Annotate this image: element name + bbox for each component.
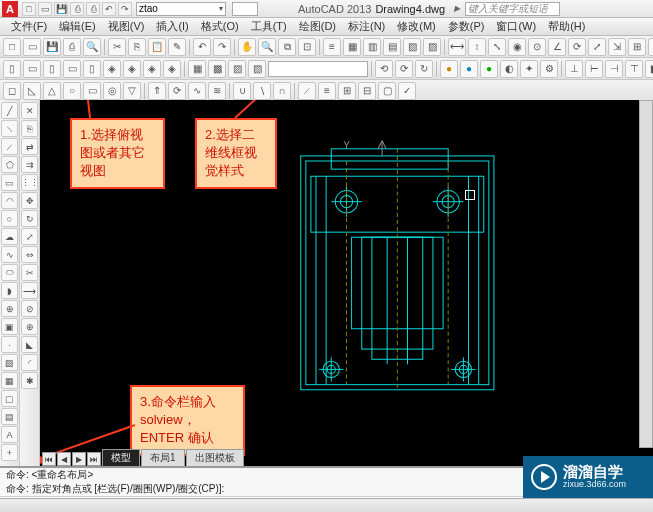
vs-real-icon[interactable]: ▧	[248, 60, 266, 78]
orbit-icon[interactable]: ⟲	[375, 60, 393, 78]
view-back-icon[interactable]: ▯	[83, 60, 101, 78]
vs-2d-icon[interactable]: ▦	[188, 60, 206, 78]
qat-search-icon[interactable]	[232, 2, 258, 16]
tb-redo-icon[interactable]: ↷	[213, 38, 231, 56]
rotate-icon[interactable]: ↻	[21, 210, 38, 227]
addsel-icon[interactable]: +	[1, 444, 18, 461]
ucs2-icon[interactable]: ⊢	[585, 60, 603, 78]
tb-open-icon[interactable]: ▭	[23, 38, 41, 56]
tb-save-icon[interactable]: 💾	[43, 38, 61, 56]
spline-icon[interactable]: ∿	[1, 246, 18, 263]
hatch-icon[interactable]: ▨	[1, 354, 18, 371]
tab-layout1[interactable]: 布局1	[141, 449, 185, 466]
canvas-vscrollbar[interactable]	[639, 100, 653, 448]
view-iso2-icon[interactable]: ◈	[123, 60, 141, 78]
ellipse-icon[interactable]: ⬭	[1, 264, 18, 281]
slice-icon[interactable]: ⟋	[298, 82, 316, 100]
tb-copy-icon[interactable]: ⎘	[128, 38, 146, 56]
extend-icon[interactable]: ⟶	[21, 282, 38, 299]
tab-nav-next-icon[interactable]: ▶	[72, 452, 86, 466]
keyword-search-input[interactable]: 键入关键字或短语	[465, 2, 560, 16]
ext-icon[interactable]: ⇑	[148, 82, 166, 100]
render6-icon[interactable]: ⚙	[540, 60, 558, 78]
render4-icon[interactable]: ◐	[500, 60, 518, 78]
loft-icon[interactable]: ≋	[208, 82, 226, 100]
qat-redo-icon[interactable]: ↷	[118, 2, 132, 16]
stretch-icon[interactable]: ⇔	[21, 246, 38, 263]
tab-layout2[interactable]: 出图模板	[186, 449, 244, 466]
view-left-icon[interactable]: ▯	[43, 60, 61, 78]
tb-dim6-icon[interactable]: ∠	[548, 38, 566, 56]
ucs1-icon[interactable]: ⊥	[565, 60, 583, 78]
render5-icon[interactable]: ✦	[520, 60, 538, 78]
sol-wedge-icon[interactable]: ◺	[23, 82, 41, 100]
ucs4-icon[interactable]: ⊤	[625, 60, 643, 78]
union-icon[interactable]: ∪	[233, 82, 251, 100]
drawing-canvas[interactable]: Y 1.选择俯视图或者其它视图 2.选择二维线框视觉样式 3.命令栏输入solv…	[40, 100, 653, 466]
chamfer-icon[interactable]: ◣	[21, 336, 38, 353]
tb-preview-icon[interactable]: 🔍	[83, 38, 101, 56]
arc-icon[interactable]: ◠	[1, 192, 18, 209]
tb-zoomwin-icon[interactable]: ⧉	[278, 38, 296, 56]
menu-format[interactable]: 格式(O)	[196, 19, 244, 34]
copy-icon[interactable]: ⎘	[21, 120, 38, 137]
shell-icon[interactable]: ▢	[378, 82, 396, 100]
tb-dim4-icon[interactable]: ◉	[508, 38, 526, 56]
workspace-dropdown[interactable]: ztao	[136, 2, 226, 16]
menu-help[interactable]: 帮助(H)	[543, 19, 590, 34]
qat-undo-icon[interactable]: ↶	[102, 2, 116, 16]
menu-draw[interactable]: 绘图(D)	[294, 19, 341, 34]
visual-style-dropdown[interactable]	[268, 61, 368, 77]
ellarc-icon[interactable]: ◗	[1, 282, 18, 299]
tb-dim8-icon[interactable]: ⤢	[588, 38, 606, 56]
qat-new-icon[interactable]: □	[22, 2, 36, 16]
line-icon[interactable]: ╱	[1, 102, 18, 119]
tb-calc-icon[interactable]: ▨	[423, 38, 441, 56]
sol-cone-icon[interactable]: △	[43, 82, 61, 100]
mirror-icon[interactable]: ⇄	[21, 138, 38, 155]
view-iso4-icon[interactable]: ◈	[163, 60, 181, 78]
menu-window[interactable]: 窗口(W)	[491, 19, 541, 34]
view-front-icon[interactable]: ▭	[23, 60, 41, 78]
ucs3-icon[interactable]: ⊣	[605, 60, 623, 78]
tab-nav-first-icon[interactable]: ⏮	[42, 452, 56, 466]
scale-icon[interactable]: ⤢	[21, 228, 38, 245]
table-icon[interactable]: ▤	[1, 408, 18, 425]
thicken-icon[interactable]: ≡	[318, 82, 336, 100]
tb-dim2-icon[interactable]: ↕	[468, 38, 486, 56]
tb-props-icon[interactable]: ≡	[323, 38, 341, 56]
tab-nav-prev-icon[interactable]: ◀	[57, 452, 71, 466]
pline-icon[interactable]: ⟋	[1, 138, 18, 155]
join-icon[interactable]: ⊕	[21, 318, 38, 335]
rev-icon[interactable]: ⟳	[168, 82, 186, 100]
menu-modify[interactable]: 修改(M)	[392, 19, 441, 34]
qat-plot-icon[interactable]: ⎙	[86, 2, 100, 16]
orbit3-icon[interactable]: ↻	[415, 60, 433, 78]
menu-edit[interactable]: 编辑(E)	[54, 19, 101, 34]
block-icon[interactable]: ▣	[1, 318, 18, 335]
orbit2-icon[interactable]: ⟳	[395, 60, 413, 78]
tb-dim7-icon[interactable]: ⟳	[568, 38, 586, 56]
qat-saveas-icon[interactable]: ⎙	[70, 2, 84, 16]
fillet-icon[interactable]: ◜	[21, 354, 38, 371]
menu-insert[interactable]: 插入(I)	[151, 19, 193, 34]
tb-paste-icon[interactable]: 📋	[148, 38, 166, 56]
render1-icon[interactable]: ●	[440, 60, 458, 78]
imprint-icon[interactable]: ⊞	[338, 82, 356, 100]
sep3d-icon[interactable]: ⊟	[358, 82, 376, 100]
subtract-icon[interactable]: ∖	[253, 82, 271, 100]
menu-dimension[interactable]: 标注(N)	[343, 19, 390, 34]
check-icon[interactable]: ✓	[398, 82, 416, 100]
tb-dim3-icon[interactable]: ⤡	[488, 38, 506, 56]
tb-designctr-icon[interactable]: ▦	[343, 38, 361, 56]
tb-cut-icon[interactable]: ✂	[108, 38, 126, 56]
break-icon[interactable]: ⊘	[21, 300, 38, 317]
xline-icon[interactable]: ⟍	[1, 120, 18, 137]
sol-box-icon[interactable]: ◻	[3, 82, 21, 100]
tb-dim10-icon[interactable]: ⊞	[628, 38, 646, 56]
tb-markup-icon[interactable]: ▧	[403, 38, 421, 56]
trim-icon[interactable]: ✂	[21, 264, 38, 281]
sol-torus-icon[interactable]: ◎	[103, 82, 121, 100]
tb-tool-icon[interactable]: ▥	[363, 38, 381, 56]
tab-model[interactable]: 模型	[102, 449, 140, 466]
